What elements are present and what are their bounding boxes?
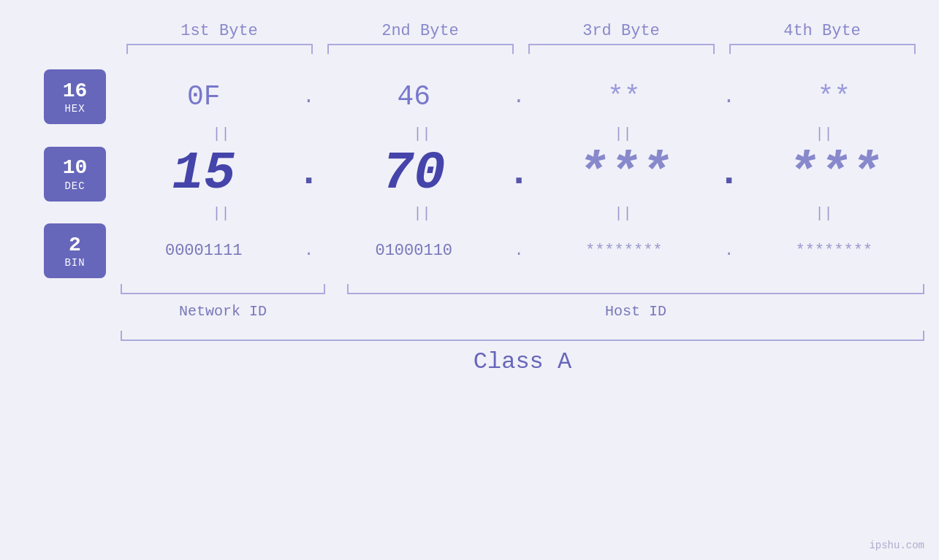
hex-row: 16 HEX 0F . 46 . ** . ** — [15, 69, 924, 124]
dec-byte-2: 70 — [324, 144, 505, 204]
dec-val-4: *** — [786, 144, 881, 204]
bin-byte-3: ******** — [533, 242, 715, 260]
bin-val-2: 01000110 — [375, 242, 452, 260]
id-labels-row: Network ID Host ID — [121, 303, 924, 320]
dec-val-2: 70 — [382, 144, 445, 204]
network-id-label: Network ID — [121, 303, 325, 320]
bin-byte-2: 01000110 — [324, 242, 505, 260]
hex-badge-number: 16 — [63, 79, 88, 104]
bin-val-4: ******** — [795, 242, 873, 260]
bracket-gap — [325, 284, 347, 299]
watermark: ipshu.com — [869, 540, 924, 551]
id-label-gap — [325, 303, 347, 320]
bin-dot-3: . — [715, 242, 744, 260]
bin-dot-2: . — [504, 242, 533, 260]
eq-6: || — [322, 205, 522, 222]
eq-2: || — [322, 126, 522, 142]
top-brackets — [119, 44, 923, 58]
host-id-label: Host ID — [347, 303, 924, 320]
dec-badge-label: DEC — [64, 180, 85, 192]
eq-5: || — [121, 205, 322, 222]
hex-val-2: 46 — [397, 81, 430, 112]
bin-row: 2 BIN 00001111 . 01000110 . ******** . *… — [15, 223, 924, 278]
bracket-4 — [729, 44, 916, 54]
bin-val-1: 00001111 — [165, 242, 243, 260]
bracket-2 — [327, 44, 514, 54]
eq-4: || — [723, 126, 924, 142]
network-bracket — [121, 284, 325, 294]
class-label: Class A — [121, 348, 924, 375]
byte-header-3: 3rd Byte — [521, 22, 722, 40]
dec-dot-1: . — [294, 152, 324, 204]
dec-dot-3: . — [715, 152, 744, 204]
bin-val-3: ******** — [585, 242, 663, 260]
byte-headers-row: 1st Byte 2nd Byte 3rd Byte 4th Byte — [119, 22, 923, 40]
dec-badge: 10 DEC — [44, 147, 106, 202]
eq-7: || — [522, 205, 723, 222]
byte-header-4: 4th Byte — [722, 22, 923, 40]
dec-row: 10 DEC 15 . 70 . *** . *** — [15, 144, 924, 204]
bracket-1 — [126, 44, 313, 54]
hex-val-3: ** — [607, 81, 641, 112]
bin-values: 00001111 . 01000110 . ******** . *******… — [113, 242, 924, 260]
full-bottom-bracket — [121, 331, 924, 341]
hex-badge-label: HEX — [64, 103, 85, 115]
byte-header-2: 2nd Byte — [320, 22, 521, 40]
equals-row-1: || || || || — [121, 126, 924, 142]
byte-header-1: 1st Byte — [119, 22, 320, 40]
dec-byte-3: *** — [533, 144, 715, 204]
dec-byte-1: 15 — [113, 144, 294, 204]
hex-dot-2: . — [504, 85, 533, 108]
host-bracket — [347, 284, 924, 294]
bin-badge: 2 BIN — [44, 223, 106, 278]
bin-byte-4: ******** — [744, 242, 925, 260]
hex-dot-3: . — [715, 85, 744, 108]
hex-byte-2: 46 — [324, 81, 505, 112]
hex-dot-1: . — [294, 85, 324, 108]
bin-byte-1: 00001111 — [113, 242, 294, 260]
dec-badge-number: 10 — [63, 156, 88, 180]
equals-row-2: || || || || — [121, 205, 924, 222]
hex-val-4: ** — [817, 81, 851, 112]
dec-values: 15 . 70 . *** . *** — [113, 144, 924, 204]
main-container: 1st Byte 2nd Byte 3rd Byte 4th Byte 16 H… — [0, 0, 939, 560]
eq-8: || — [723, 205, 924, 222]
hex-byte-1: 0F — [113, 81, 294, 112]
bin-badge-number: 2 — [69, 233, 81, 258]
bin-dot-1: . — [294, 242, 324, 260]
hex-byte-4: ** — [744, 81, 925, 112]
dec-byte-4: *** — [744, 144, 925, 204]
hex-byte-3: ** — [533, 81, 715, 112]
dec-val-3: *** — [577, 144, 672, 204]
dec-dot-2: . — [504, 152, 533, 204]
eq-3: || — [522, 126, 723, 142]
eq-1: || — [121, 126, 322, 142]
dec-val-1: 15 — [172, 144, 235, 204]
hex-badge: 16 HEX — [44, 69, 106, 124]
bracket-3 — [528, 44, 715, 54]
hex-values: 0F . 46 . ** . ** — [113, 81, 924, 112]
hex-val-1: 0F — [187, 81, 221, 112]
bottom-brackets — [121, 284, 924, 299]
bin-badge-label: BIN — [64, 257, 85, 269]
